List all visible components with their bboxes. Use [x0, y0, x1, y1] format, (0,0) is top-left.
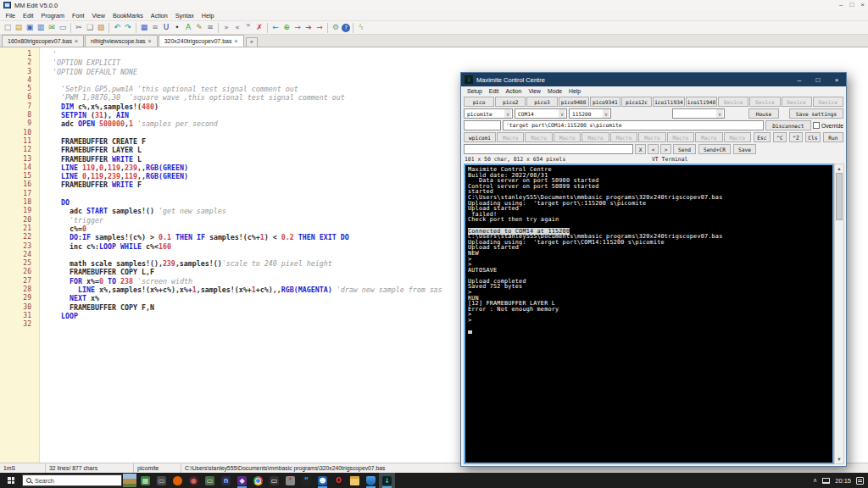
uncomment-icon[interactable]: ✗: [254, 22, 264, 33]
vt-terminal[interactable]: Maximite Control CentreBuild date: 2022/…: [464, 164, 834, 464]
house-button[interactable]: House: [748, 108, 779, 119]
font-icon[interactable]: A: [183, 22, 193, 33]
cut-icon[interactable]: ✂: [74, 22, 84, 33]
nav-button->[interactable]: >: [660, 144, 671, 154]
menu-syntax[interactable]: Syntax: [171, 12, 198, 19]
device-button-3[interactable]: pico9488: [559, 97, 589, 107]
news-widget-thumbnail[interactable]: [123, 474, 136, 487]
com-port-select[interactable]: COM14: [515, 108, 567, 119]
forward-arrow-icon[interactable]: →: [292, 22, 303, 33]
disconnect-button[interactable]: Disconnect: [765, 120, 811, 130]
device-button-0[interactable]: pico: [464, 97, 494, 107]
back-arrow-icon[interactable]: ←: [270, 22, 281, 33]
green-app-icon[interactable]: ▦: [137, 473, 153, 488]
email-icon[interactable]: ✉: [47, 22, 57, 33]
override-checkbox[interactable]: [813, 122, 820, 129]
extra-select[interactable]: [672, 108, 725, 119]
device-button-7[interactable]: icoili948: [686, 97, 718, 107]
tab-close-icon[interactable]: ×: [75, 38, 78, 44]
mcc-winbtn-0[interactable]: –: [790, 73, 809, 86]
network-icon[interactable]: [822, 478, 830, 484]
control-button-esc[interactable]: Esc: [754, 132, 771, 142]
firefox-icon[interactable]: [170, 473, 186, 488]
add-bookmark-icon[interactable]: ⊕: [281, 22, 292, 33]
contacts-icon[interactable]: ☻: [314, 473, 331, 488]
opera-icon[interactable]: O: [331, 473, 347, 488]
save-settings-button[interactable]: Save settings: [789, 108, 843, 119]
start-button[interactable]: [0, 473, 22, 488]
target-port-input[interactable]: 'target port\COM14:115200 s\picomite: [503, 120, 764, 130]
menu-file[interactable]: File: [2, 12, 19, 19]
list-icon[interactable]: ≡: [150, 22, 160, 33]
device-type-select[interactable]: picomite: [464, 108, 513, 119]
device-button-6[interactable]: icoili934: [653, 97, 685, 107]
scroll-down-icon[interactable]: ▼: [837, 455, 841, 463]
print-icon[interactable]: ▭: [58, 22, 68, 33]
mcc-menu-mode[interactable]: Mode: [544, 88, 565, 94]
file-explorer-icon[interactable]: [347, 473, 363, 488]
control-button-cls[interactable]: Cls: [805, 132, 821, 142]
copy-icon[interactable]: ❑: [85, 22, 95, 33]
menu-font[interactable]: Font: [69, 12, 88, 19]
quotes-app-icon[interactable]: “: [298, 473, 314, 488]
menu-view[interactable]: View: [88, 12, 108, 19]
outdent-icon[interactable]: «: [232, 22, 242, 33]
menu-action[interactable]: Action: [147, 12, 171, 19]
mcc-titlebar[interactable]: ↓ Maximite Control Centre –□×: [461, 73, 846, 86]
save-icon[interactable]: ▣: [25, 22, 35, 33]
terminal-scrollbar[interactable]: ▲ ▼: [834, 164, 844, 464]
defender-shield-icon[interactable]: [363, 473, 379, 488]
mcc-winbtn-2[interactable]: ×: [827, 73, 846, 86]
scrollbar-thumb[interactable]: [836, 173, 843, 220]
mcc-menu-help[interactable]: Help: [565, 88, 584, 94]
control-button-ctrl-z[interactable]: ^Z: [789, 132, 803, 142]
mmedit-winbtn-2[interactable]: ×: [860, 1, 865, 9]
undo-icon[interactable]: ↶: [112, 22, 122, 33]
chrome-icon[interactable]: [250, 473, 266, 488]
next-error-icon[interactable]: →: [314, 22, 325, 33]
mmedit-winbtn-0[interactable]: –: [839, 1, 843, 9]
find-icon[interactable]: ▦: [139, 22, 149, 33]
monitor-app-icon[interactable]: ▭: [202, 473, 218, 488]
redo-icon[interactable]: ↷: [123, 22, 133, 33]
aux-input[interactable]: [464, 120, 501, 130]
run-icon[interactable]: ϟ: [356, 22, 366, 33]
notepadpp-icon[interactable]: n: [218, 473, 234, 488]
device-button-1[interactable]: pico2: [495, 97, 526, 107]
mmedit-winbtn-1[interactable]: □: [849, 1, 854, 9]
save-button[interactable]: Save: [733, 144, 756, 154]
send-button[interactable]: Send: [673, 144, 696, 154]
mcc-winbtn-1[interactable]: □: [809, 73, 827, 86]
maximite-app-icon[interactable]: ↓: [379, 473, 395, 488]
purple-ide-icon[interactable]: ◆: [234, 473, 250, 488]
macro-button-first[interactable]: wpicomi: [464, 132, 496, 142]
taskbar-search[interactable]: Search: [22, 474, 122, 486]
highlight-icon[interactable]: ✎: [194, 22, 204, 33]
mcc-menu-setup[interactable]: Setup: [464, 88, 486, 94]
align-icon[interactable]: ≡: [205, 22, 215, 33]
tab-nlhighviewscope.bas[interactable]: nlhighviewscope.bas×: [85, 35, 158, 47]
media-record-icon[interactable]: ●: [186, 473, 202, 488]
device-button-4[interactable]: pico9341: [590, 97, 620, 107]
tab-160x80trigscopev07.bas[interactable]: 160x80trigscopev07.bas×: [2, 35, 84, 47]
scroll-up-icon[interactable]: ▲: [837, 164, 841, 173]
notification-center-icon[interactable]: [856, 477, 864, 485]
underline-icon[interactable]: U: [161, 22, 171, 33]
tray-chevron-icon[interactable]: ∧: [813, 477, 817, 484]
menu-bookmarks[interactable]: BookMarks: [108, 12, 147, 19]
send-input[interactable]: [464, 144, 633, 154]
control-button-ctrl-c[interactable]: ^C: [773, 132, 787, 142]
nav-button-<[interactable]: <: [648, 144, 659, 154]
remote-desktop-icon[interactable]: ▭: [153, 473, 170, 488]
tab-close-icon[interactable]: ×: [148, 38, 152, 44]
menu-edit[interactable]: Edit: [19, 12, 37, 19]
new-file-icon[interactable]: □: [3, 22, 13, 33]
paste-icon[interactable]: ▨: [96, 22, 106, 33]
taskbar-clock[interactable]: 20:15: [835, 477, 851, 485]
nav-button-X[interactable]: X: [635, 144, 646, 154]
control-button-run[interactable]: Run: [823, 132, 843, 142]
comment-icon[interactable]: ❞: [243, 22, 253, 33]
settings-icon[interactable]: ⚙: [331, 22, 341, 33]
bullet-icon[interactable]: •: [172, 22, 182, 33]
menu-help[interactable]: Help: [198, 12, 218, 19]
